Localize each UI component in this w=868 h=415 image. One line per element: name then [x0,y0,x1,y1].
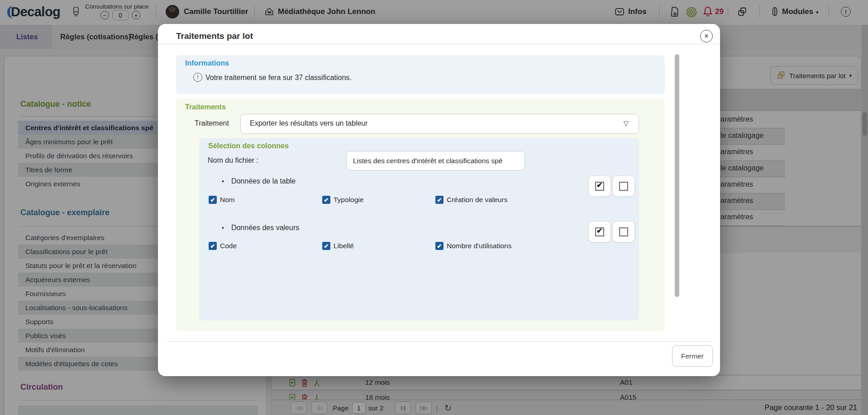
select-all-button[interactable] [588,221,611,242]
checkbox-checked-icon[interactable]: ✔ [209,196,217,204]
unchecked-checkbox-icon [619,182,628,191]
checkbox-item[interactable]: ✔Nombre d'utilisations [435,242,511,250]
batch-processing-modal: Traitements par lot × Informations ! Vot… [158,24,720,376]
modal-title: Traitements par lot [176,31,253,41]
treatment-select-value: Exporter les résultats vers un tableur [250,119,368,127]
checkbox-checked-icon[interactable]: ✔ [209,242,217,250]
column-selection-panel: Sélection des colonnes Nom du fichier : … [199,138,639,321]
close-icon[interactable]: × [700,30,713,42]
deselect-all-button[interactable] [612,221,635,242]
informations-panel: Informations ! Votre traitement se fera … [176,55,665,94]
informations-heading: Informations [185,59,229,67]
checkbox-item[interactable]: ✔Création de valeurs [435,196,507,204]
deselect-all-button[interactable] [612,175,635,197]
group-title: •Données de la table [222,177,296,185]
checkbox-item[interactable]: ✔Libellé [322,242,354,250]
checkbox-checked-icon[interactable]: ✔ [435,242,444,250]
columns-heading: Sélection des colonnes [208,142,289,150]
treatments-heading: Traitements [185,103,226,111]
checked-checkbox-icon [595,182,604,191]
checkbox-item[interactable]: ✔Code [209,242,237,250]
close-button[interactable]: Fermer [672,345,713,367]
treatment-select[interactable]: Exporter les résultats vers un tableur ▽ [240,114,639,134]
treatment-label: Traitement [195,119,229,127]
checkbox-checked-icon[interactable]: ✔ [322,242,330,250]
modal-scrollbar-thumb[interactable] [675,54,679,297]
group-title: •Données des valeurs [222,224,299,232]
app-screen: Decalog Consultations sur place − + Cami… [0,0,868,415]
filename-input[interactable] [346,151,525,170]
chevron-down-icon: ▽ [623,119,629,127]
checkbox-item[interactable]: ✔Typologie [322,196,363,204]
checked-checkbox-icon [595,227,604,236]
exclamation-icon: ! [193,73,202,82]
bullet-icon: • [222,178,224,185]
divider [158,44,720,44]
treatments-panel: Traitements Traitement Exporter les résu… [176,99,665,331]
checkbox-checked-icon[interactable]: ✔ [435,196,444,204]
select-all-button[interactable] [588,175,611,197]
divider [167,341,711,342]
unchecked-checkbox-icon [619,227,628,236]
informations-message: Votre traitement se fera sur 37 classifi… [205,74,352,82]
bullet-icon: • [222,224,224,231]
checkbox-item[interactable]: ✔Nom [209,196,235,204]
filename-label: Nom du fichier : [208,156,258,165]
checkbox-checked-icon[interactable]: ✔ [322,196,330,204]
